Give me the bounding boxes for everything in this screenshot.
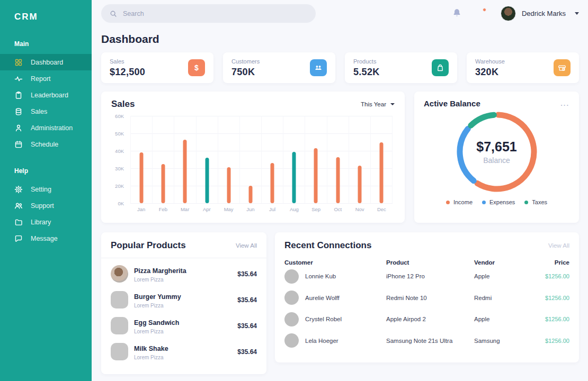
- product-cell: Samsung Note 21s Ultra: [386, 338, 474, 344]
- bar-column-jun: [239, 116, 261, 203]
- stat-value: $12,500: [110, 67, 145, 78]
- column-header-customer: Customer: [284, 259, 386, 266]
- y-tick-label: 30K: [115, 166, 124, 171]
- x-tick-label: Oct: [327, 206, 349, 212]
- sidebar-item-label: Dashboard: [31, 59, 63, 66]
- table-row[interactable]: Lela HoegerSamsung Note 21s UltraSamsung…: [284, 330, 569, 352]
- product-thumbnail: [111, 317, 128, 334]
- product-price: $35.64: [237, 296, 257, 304]
- balance-donut-chart: $7,651 Balance: [454, 109, 540, 195]
- sidebar-item-support[interactable]: Support: [0, 197, 92, 214]
- messages-icon[interactable]: [475, 10, 485, 18]
- vendor-cell: Redmi: [474, 295, 543, 301]
- sidebar-item-message[interactable]: Message: [0, 230, 92, 247]
- calendar-icon: [14, 140, 23, 149]
- x-tick-label: Dec: [371, 206, 393, 212]
- customer-name: Lonnie Kub: [305, 273, 336, 279]
- sidebar-item-administration[interactable]: Administration: [0, 120, 92, 136]
- stat-value: 5.52K: [353, 67, 380, 78]
- activity-icon: [14, 75, 23, 83]
- product-price: $35.64: [237, 348, 257, 356]
- popular-products-card: Popular Products View All Pizza Margheri…: [101, 232, 266, 374]
- y-tick-label: 50K: [115, 131, 124, 137]
- table-row[interactable]: Aurelie WolffRedmi Note 10Redmi$1256.00: [284, 287, 569, 309]
- chat-icon: [14, 234, 23, 243]
- y-tick-label: 20K: [115, 183, 124, 189]
- table-row[interactable]: Crystel RobelApple Airpod 2Apple$1256.00: [284, 309, 569, 330]
- dollar-icon: $: [188, 59, 205, 76]
- sidebar-item-setting[interactable]: Setting: [0, 181, 92, 197]
- product-thumbnail: [111, 291, 128, 309]
- sidebar-item-label: Support: [31, 202, 54, 210]
- bar-column-aug: [283, 116, 305, 203]
- sales-bar-chart: 60K50K40K30K20K0K JanFebMarAprMayJunJulA…: [111, 116, 395, 216]
- products-view-all-link[interactable]: View All: [236, 242, 257, 249]
- search-input[interactable]: [123, 10, 307, 17]
- legend-dot: [524, 201, 528, 204]
- sidebar-item-report[interactable]: Report: [0, 70, 92, 87]
- chart-plot-area: [130, 116, 393, 203]
- connections-rows: Lonnie KubiPhone 12 ProApple$1256.00Aure…: [284, 266, 569, 351]
- x-tick-label: Sep: [305, 206, 327, 212]
- stats-row: Sales$12,500$Customers750KProducts5.52KW…: [101, 52, 579, 83]
- bar-mar: [183, 140, 187, 203]
- sidebar-item-label: Administration: [31, 124, 73, 132]
- more-options-icon[interactable]: ...: [560, 99, 569, 107]
- sidebar-item-dashboard[interactable]: Dashboard: [0, 54, 92, 70]
- x-tick-label: Feb: [152, 206, 174, 212]
- sidebar-section-label: Help: [0, 152, 92, 181]
- legend-label: Income: [453, 199, 473, 205]
- gear-icon: [14, 185, 23, 194]
- bar-column-mar: [174, 116, 195, 203]
- bar-nov: [358, 166, 361, 203]
- sidebar-item-label: Leaderboard: [31, 92, 68, 99]
- product-subtitle: Lorem Pizza: [134, 329, 179, 334]
- legend-dot: [482, 201, 486, 204]
- year-filter-dropdown[interactable]: This Year: [361, 101, 395, 107]
- legend-item-income: Income: [446, 199, 473, 205]
- x-tick-label: Aug: [283, 206, 305, 212]
- x-tick-label: May: [218, 206, 239, 212]
- search-bar[interactable]: [101, 4, 316, 23]
- y-tick-label: 60K: [115, 113, 124, 119]
- sales-chart-title: Sales: [111, 99, 135, 110]
- sidebar-item-label: Library: [31, 219, 51, 226]
- sidebar-item-leaderboard[interactable]: Leaderboard: [0, 87, 92, 103]
- price-cell: $1256.00: [543, 295, 569, 301]
- legend-item-taxes: Taxes: [524, 199, 547, 205]
- sales-chart-card: Sales This Year 60K50K40K30K20K0K JanFeb…: [101, 92, 405, 223]
- user-menu[interactable]: Dedrick Marks: [501, 6, 579, 21]
- bar-aug: [292, 152, 296, 203]
- x-tick-label: Jan: [130, 206, 152, 212]
- notifications-bell-icon[interactable]: [452, 8, 461, 20]
- customer-name: Aurelie Wolff: [305, 295, 340, 301]
- customer-avatar: [284, 291, 299, 305]
- bar-column-dec: [370, 116, 393, 203]
- product-name: Egg Sandwich: [134, 319, 179, 326]
- table-row[interactable]: Lonnie KubiPhone 12 ProApple$1256.00: [284, 266, 569, 287]
- stat-value: 320K: [475, 67, 505, 78]
- users-icon: [14, 202, 23, 210]
- product-subtitle: Lorem Pizza: [134, 277, 186, 283]
- product-row[interactable]: Burger YummyLorem Pizza$35.64: [111, 287, 257, 313]
- sidebar-item-library[interactable]: Library: [0, 214, 92, 230]
- stat-value: 750K: [231, 67, 260, 78]
- clipboard-icon: [14, 91, 23, 99]
- product-list: Pizza MargheritaLorem Pizza$35.64Burger …: [101, 258, 266, 365]
- sidebar-item-schedule[interactable]: Schedule: [0, 136, 92, 152]
- popular-products-title: Popular Products: [111, 240, 186, 251]
- stat-card-warehouse: Warehouse320K: [467, 52, 579, 83]
- customer-name: Crystel Robel: [305, 316, 342, 322]
- sidebar-section-label: Main: [0, 25, 92, 54]
- bar-column-sep: [305, 116, 326, 203]
- product-row[interactable]: Pizza MargheritaLorem Pizza$35.64: [111, 261, 257, 287]
- connections-view-all-link[interactable]: View All: [548, 242, 569, 249]
- product-cell: Apple Airpod 2: [386, 316, 474, 322]
- bar-dec: [379, 142, 383, 204]
- sidebar-item-sales[interactable]: Sales: [0, 103, 92, 120]
- product-subtitle: Lorem Pizza: [134, 355, 168, 360]
- stat-card-sales: Sales$12,500$: [101, 52, 213, 83]
- user-icon: [14, 124, 23, 132]
- product-row[interactable]: Milk ShakeLorem Pizza$35.64: [111, 339, 257, 365]
- product-row[interactable]: Egg SandwichLorem Pizza$35.64: [111, 313, 257, 339]
